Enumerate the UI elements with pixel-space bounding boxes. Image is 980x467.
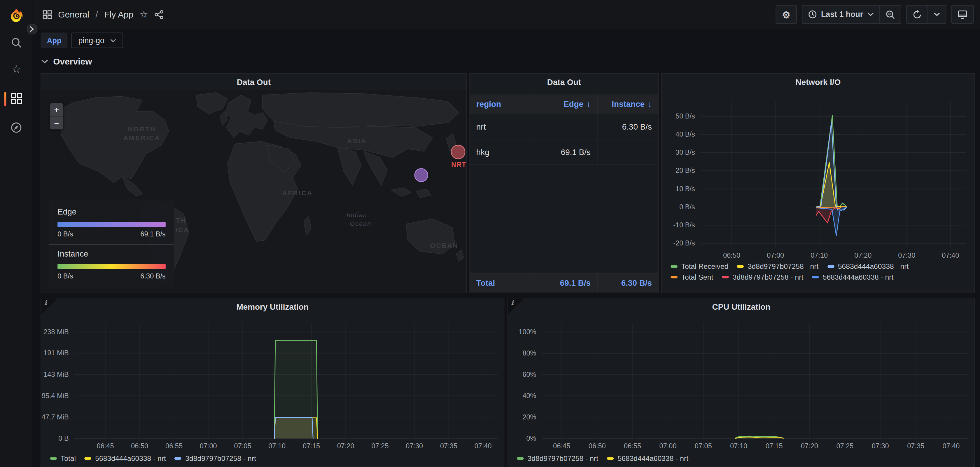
y-axis-tick: 50 B/s (676, 112, 695, 120)
panel-memory-utilization: i Memory Utilization 06:4506:5006:5507:0… (41, 298, 504, 467)
legend-swatch (827, 265, 834, 268)
grafana-logo-icon[interactable] (10, 8, 22, 27)
x-axis-tick: 06:50 (131, 442, 148, 450)
column-header-region[interactable]: region (470, 94, 534, 114)
legend-item[interactable]: 3d8d9797b07258 - nrt (737, 263, 818, 270)
variable-value: ping-go (78, 36, 104, 45)
map-zoom-out-button[interactable]: − (50, 116, 63, 129)
y-axis-tick: 0 B (58, 435, 68, 442)
legend-edge-title: Edge (57, 207, 165, 216)
y-axis-tick: 238 MiB (43, 328, 68, 336)
sidebar-expand-button[interactable] (27, 24, 37, 34)
y-axis-tick: 0% (527, 435, 536, 442)
world-map: NORTHAMERICAASIAAFRICAIndianOceanOCEANTH… (41, 90, 467, 293)
edge-max: 69.1 B/s (140, 230, 165, 238)
sort-desc-icon: ↓ (587, 100, 590, 109)
cycle-view-mode-button[interactable] (951, 5, 974, 24)
x-axis-tick: 07:35 (907, 442, 924, 450)
time-range-picker[interactable]: Last 1 hour (802, 6, 880, 23)
panel-info-corner[interactable]: i (508, 298, 524, 315)
x-axis-tick: 07:00 (200, 442, 217, 450)
map-marker[interactable] (451, 145, 465, 159)
variable-value-dropdown[interactable]: ping-go (72, 32, 123, 48)
legend-divider (49, 244, 174, 245)
x-axis-tick: 07:15 (303, 442, 320, 450)
dashboard-settings-button[interactable]: ⚙ (776, 5, 797, 24)
legend-item[interactable]: 5683d444a60338 - nrt (84, 455, 166, 462)
legend-item[interactable]: Total (50, 455, 76, 462)
chevron-down-icon (867, 13, 873, 16)
time-range-group: Last 1 hour (802, 5, 901, 24)
legend-swatch (50, 457, 57, 460)
legend-item[interactable]: 3d8d9797b07258 - nrt (722, 273, 803, 281)
map-marker[interactable] (415, 169, 428, 182)
legend-label: 3d8d9797b07258 - nrt (185, 455, 256, 462)
share-icon[interactable] (154, 10, 164, 19)
info-icon: i (511, 299, 514, 306)
column-header-instance[interactable]: Instance↓ (597, 94, 658, 114)
memory-chart: 06:4506:5006:5507:0007:0507:1007:1507:20… (41, 298, 504, 467)
panel-title[interactable]: Data Out (470, 74, 658, 90)
panel-data-out-map: Data Out (41, 73, 467, 293)
column-header-edge[interactable]: Edge↓ (534, 94, 597, 114)
legend-label: 5683d444a60338 - nrt (823, 273, 894, 281)
map-legend: Edge 0 B/s 69.1 B/s Instance 0 B/s 6.30 … (49, 199, 174, 287)
map-geo-label: Ocean (350, 220, 372, 227)
map-geo-label: ICA (176, 226, 189, 234)
cpu-chart: 06:4506:5006:5507:0007:0507:1007:1507:20… (508, 298, 975, 467)
y-axis-tick: 80% (522, 349, 536, 357)
grafana-dashboard: ☆ General / Fly App ☆ (0, 0, 980, 467)
map-geo-label: NORTH (128, 126, 156, 133)
sidebar: ☆ (0, 0, 32, 467)
map-geo-label: ASIA (347, 137, 367, 145)
table-header-row: region Edge↓ Instance↓ (470, 94, 658, 114)
dashboards-icon[interactable] (0, 92, 32, 105)
search-icon[interactable] (0, 37, 32, 49)
legend-item[interactable]: 5683d444a60338 - nrt (812, 273, 893, 281)
y-axis-tick: 143 MiB (43, 371, 68, 378)
y-axis-tick: 10 B/s (676, 185, 695, 193)
map-marker-label: NRT (451, 161, 466, 168)
x-axis-tick: 07:10 (811, 252, 828, 259)
y-axis-tick: -20 B/s (673, 239, 695, 247)
refresh-interval-dropdown[interactable] (928, 6, 946, 23)
legend-swatch (722, 276, 729, 279)
panel-title[interactable]: Data Out (41, 74, 466, 90)
map-zoom-in-button[interactable]: + (50, 103, 63, 116)
panel-title[interactable]: Memory Utilization (41, 298, 504, 315)
chevron-down-icon (41, 59, 48, 64)
legend-item[interactable]: 5683d444a60338 - nrt (827, 263, 908, 270)
refresh-group (906, 5, 946, 24)
zoom-out-time-button[interactable] (880, 6, 900, 23)
star-dashboard-icon[interactable]: ☆ (140, 9, 148, 20)
legend-item[interactable]: 3d8d9797b07258 - nrt (175, 455, 256, 462)
legend-swatch (175, 457, 182, 460)
refresh-button[interactable] (907, 6, 928, 23)
legend-item[interactable]: 5683d444a60338 - nrt (607, 455, 688, 462)
panel-info-corner[interactable]: i (41, 298, 57, 315)
data-out-table: region Edge↓ Instance↓ nrt 6.30 B/s hkg … (470, 94, 658, 292)
panel-title[interactable]: Network I/O (662, 74, 974, 90)
y-axis-tick: 40% (522, 392, 536, 400)
legend-label: 5683d444a60338 - nrt (95, 455, 166, 462)
legend-item[interactable]: Total Sent (671, 273, 713, 281)
top-nav: General / Fly App ☆ ⚙ Last 1 hour (32, 0, 980, 29)
explore-compass-icon[interactable] (0, 121, 32, 134)
nav-controls: ⚙ Last 1 hour (776, 5, 974, 24)
y-axis-tick: 20% (522, 413, 536, 421)
legend-item[interactable]: 3d8d9797b07258 - nrt (517, 455, 598, 462)
panel-title[interactable]: CPU Utilization (508, 298, 974, 315)
cell-edge: 69.1 B/s (534, 140, 597, 165)
legend-label: Total Sent (681, 273, 713, 281)
row-header-overview[interactable]: Overview (41, 56, 92, 66)
legend-item[interactable]: Total Received (671, 263, 728, 270)
panel-cpu-utilization: i CPU Utilization 06:4506:5006:5507:0007… (508, 298, 975, 467)
time-range-label: Last 1 hour (821, 10, 863, 19)
starred-dashboards-icon[interactable]: ☆ (0, 64, 32, 75)
legend-instance-title: Instance (57, 249, 165, 258)
map-geo-label: OCEAN (430, 242, 458, 249)
footer-instance-total: 6.30 B/s (597, 273, 658, 292)
legend-label: Total (60, 455, 76, 462)
breadcrumb-folder[interactable]: General (58, 10, 89, 19)
x-axis-tick: 07:30 (898, 252, 915, 259)
